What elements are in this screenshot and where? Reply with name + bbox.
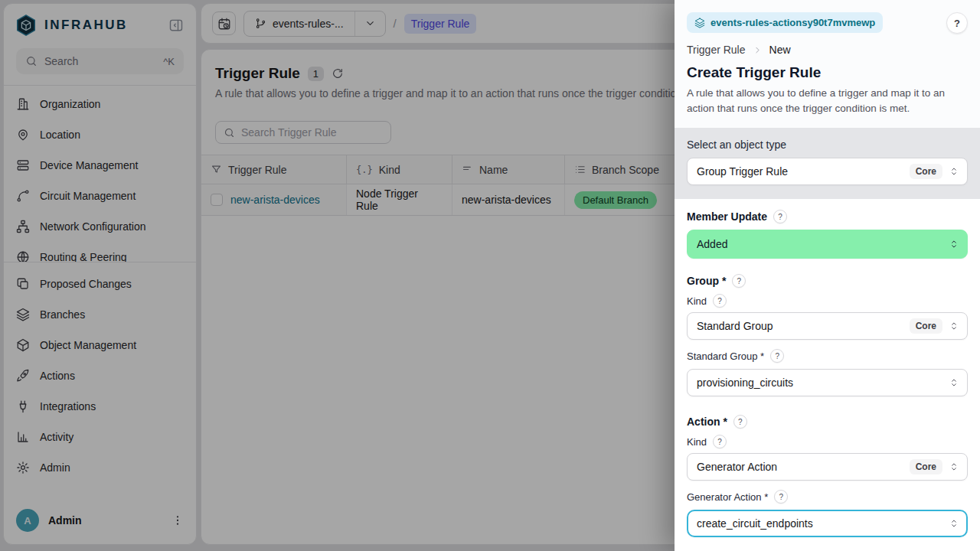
- chevrons-up-down-icon: [949, 377, 959, 388]
- action-kind-select[interactable]: Generator Action Core: [687, 453, 968, 481]
- object-type-section: Select an object type Group Trigger Rule…: [675, 128, 980, 199]
- chevrons-up-down-icon: [949, 166, 959, 177]
- help-icon[interactable]: ?: [732, 274, 746, 288]
- group-kind-label: Kind: [687, 295, 707, 307]
- member-update-value: Added: [697, 238, 942, 250]
- generator-action-select[interactable]: create_circuit_endpoints: [687, 510, 968, 537]
- drawer-form: Member Update ? Added Group * ? Kind ? S…: [675, 199, 980, 551]
- help-icon[interactable]: ?: [733, 415, 747, 429]
- help-icon[interactable]: ?: [773, 210, 787, 223]
- action-section-label: Action *: [687, 416, 727, 428]
- drawer-breadcrumb: Trigger Rule New: [687, 44, 968, 56]
- drawer-header: events-rules-actionsy90t7mvmewp ? Trigge…: [675, 0, 980, 128]
- help-icon[interactable]: ?: [713, 435, 727, 448]
- breadcrumb-leaf: New: [769, 44, 791, 56]
- help-icon[interactable]: ?: [774, 490, 788, 504]
- help-icon[interactable]: ?: [770, 349, 784, 363]
- standard-group-value: provisioning_circuits: [697, 377, 942, 389]
- standard-group-select[interactable]: provisioning_circuits: [687, 369, 968, 396]
- help-button[interactable]: ?: [946, 12, 968, 34]
- object-type-select[interactable]: Group Trigger Rule Core: [687, 158, 968, 185]
- member-update-label: Member Update: [687, 210, 767, 223]
- breadcrumb-root[interactable]: Trigger Rule: [687, 44, 746, 56]
- drawer-title: Create Trigger Rule: [687, 64, 968, 81]
- core-badge: Core: [910, 164, 942, 179]
- core-badge: Core: [910, 459, 942, 474]
- object-type-label: Select an object type: [687, 139, 968, 151]
- chevron-right-icon: [753, 45, 763, 55]
- member-update-select[interactable]: Added: [687, 230, 968, 259]
- chevrons-up-down-icon: [949, 461, 959, 472]
- chevrons-up-down-icon: [949, 518, 959, 529]
- standard-group-label: Standard Group *: [687, 350, 764, 362]
- object-kind-badge: events-rules-actionsy90t7mvmewp: [687, 12, 883, 33]
- action-kind-label: Kind: [687, 436, 707, 448]
- generator-action-label: Generator Action *: [687, 491, 768, 503]
- drawer-description: A rule that allows you to define a trigg…: [687, 86, 968, 116]
- layers-icon: [694, 18, 705, 28]
- group-kind-value: Standard Group: [697, 320, 903, 332]
- object-type-value: Group Trigger Rule: [697, 165, 903, 178]
- group-kind-select[interactable]: Standard Group Core: [687, 312, 968, 340]
- object-kind-badge-label: events-rules-actionsy90t7mvmewp: [710, 17, 875, 28]
- action-kind-value: Generator Action: [697, 461, 903, 473]
- generator-action-value: create_circuit_endpoints: [697, 517, 942, 530]
- chevrons-up-down-icon: [949, 321, 959, 331]
- core-badge: Core: [910, 318, 942, 334]
- help-icon[interactable]: ?: [713, 294, 727, 308]
- create-trigger-rule-drawer: events-rules-actionsy90t7mvmewp ? Trigge…: [675, 0, 980, 551]
- chevrons-up-down-icon: [949, 239, 959, 249]
- group-section-label: Group *: [687, 275, 726, 287]
